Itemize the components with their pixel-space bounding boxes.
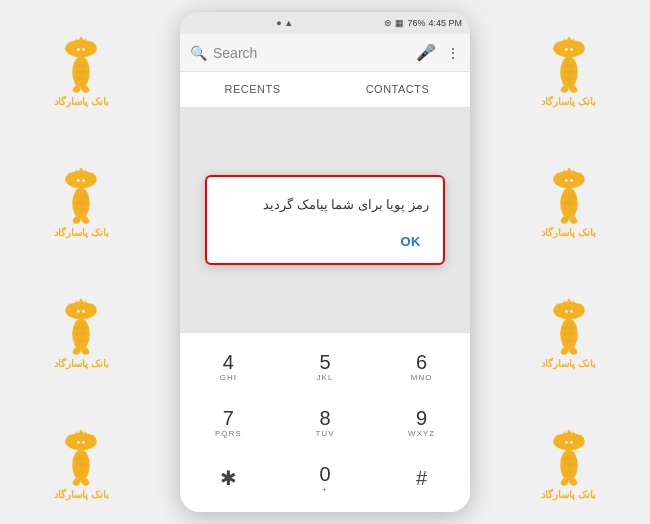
svg-point-180 bbox=[75, 463, 87, 468]
svg-point-63 bbox=[83, 179, 86, 182]
dialog-actions: OK bbox=[221, 230, 429, 253]
svg-rect-214 bbox=[556, 435, 582, 438]
bg-logo: بانک پاسارگاد bbox=[488, 0, 651, 131]
dial-key-7[interactable]: 7 PQRS bbox=[198, 407, 258, 438]
dial-key-4[interactable]: 4 GHI bbox=[198, 351, 258, 382]
dialog-overlay: رمز پویا برای شما پیامک گردید OK bbox=[180, 108, 470, 332]
svg-rect-172 bbox=[68, 435, 94, 438]
signal-icon: ▦ bbox=[395, 18, 404, 28]
dial-key-9[interactable]: 9 WXYZ bbox=[392, 407, 452, 438]
svg-point-179 bbox=[75, 456, 87, 461]
tab-contacts[interactable]: CONTACTS bbox=[325, 72, 470, 107]
svg-point-161 bbox=[570, 310, 573, 313]
bg-logo: بانک پاسارگاد bbox=[488, 131, 651, 262]
search-bar[interactable]: 🔍 Search 🎤 ⋮ bbox=[180, 34, 470, 72]
svg-point-174 bbox=[77, 441, 80, 444]
svg-point-69 bbox=[77, 208, 86, 212]
svg-rect-102 bbox=[556, 173, 582, 176]
bg-logo: بانک پاسارگاد bbox=[0, 393, 163, 524]
svg-point-55 bbox=[564, 77, 573, 81]
search-placeholder[interactable]: Search bbox=[213, 45, 410, 61]
svg-point-53 bbox=[563, 63, 575, 68]
bg-logo: بانک پاسارگاد bbox=[0, 262, 163, 393]
status-bar: ● ▲ ⊜ ▦ 76% 4:45 PM bbox=[180, 12, 470, 34]
bg-logo: بانک پاسارگاد bbox=[0, 0, 163, 131]
bg-logo: بانک پاسارگاد bbox=[0, 131, 163, 262]
wifi-icon: ⊜ bbox=[384, 18, 392, 28]
svg-rect-5 bbox=[70, 45, 93, 47]
mic-icon[interactable]: 🎤 bbox=[416, 43, 436, 62]
svg-point-175 bbox=[83, 441, 86, 444]
dial-key-5[interactable]: 5 JKL bbox=[295, 351, 355, 382]
bg-logo-text: بانک پاسارگاد bbox=[54, 96, 109, 107]
svg-point-119 bbox=[83, 310, 86, 313]
svg-point-123 bbox=[75, 325, 87, 330]
svg-point-7 bbox=[83, 48, 86, 51]
svg-point-11 bbox=[75, 63, 87, 68]
svg-point-216 bbox=[565, 441, 568, 444]
svg-point-62 bbox=[77, 179, 80, 182]
svg-rect-103 bbox=[557, 176, 580, 178]
phone-body: رمز پویا برای شما پیامک گردید OK 4 GHI 5… bbox=[180, 108, 470, 512]
dial-row-2: 7 PQRS 8 TUV 9 WXYZ bbox=[180, 395, 470, 451]
svg-point-109 bbox=[563, 194, 575, 199]
dialog-ok-button[interactable]: OK bbox=[393, 230, 430, 253]
bg-logo: بانک پاسارگاد bbox=[488, 262, 651, 393]
svg-point-49 bbox=[570, 48, 573, 51]
bg-logo: بانک پاسارگاد bbox=[488, 393, 651, 524]
bg-logo-text: بانک پاسارگاد bbox=[541, 489, 596, 500]
svg-rect-61 bbox=[70, 176, 93, 178]
svg-point-111 bbox=[564, 208, 573, 212]
dial-pad: 4 GHI 5 JKL 6 MNO 7 PQRS 8 bbox=[180, 332, 470, 512]
svg-point-223 bbox=[564, 470, 573, 474]
svg-point-104 bbox=[565, 179, 568, 182]
svg-point-110 bbox=[563, 201, 575, 206]
time-display: 4:45 PM bbox=[428, 18, 462, 28]
svg-point-125 bbox=[77, 339, 86, 343]
bg-logo-text: بانک پاسارگاد bbox=[54, 227, 109, 238]
svg-point-6 bbox=[77, 48, 80, 51]
svg-point-217 bbox=[570, 441, 573, 444]
svg-point-48 bbox=[565, 48, 568, 51]
bg-logo-text: بانک پاسارگاد bbox=[541, 227, 596, 238]
dial-key-0[interactable]: 0 + bbox=[295, 463, 355, 494]
svg-rect-47 bbox=[557, 45, 580, 47]
dial-key-hash[interactable]: # bbox=[392, 467, 452, 489]
bg-logo-text: بانک پاسارگاد bbox=[54, 489, 109, 500]
svg-point-68 bbox=[75, 201, 87, 206]
svg-rect-46 bbox=[556, 42, 582, 45]
svg-rect-159 bbox=[557, 307, 580, 309]
dial-row-3: ✱ 0 + # bbox=[180, 450, 470, 506]
svg-point-166 bbox=[563, 332, 575, 337]
more-options-icon[interactable]: ⋮ bbox=[446, 45, 460, 61]
dial-row-1: 4 GHI 5 JKL 6 MNO bbox=[180, 339, 470, 395]
svg-point-222 bbox=[563, 463, 575, 468]
svg-rect-116 bbox=[68, 304, 94, 307]
svg-rect-173 bbox=[70, 438, 93, 440]
svg-rect-215 bbox=[557, 438, 580, 440]
content-area: رمز پویا برای شما پیامک گردید OK bbox=[180, 108, 470, 332]
svg-point-67 bbox=[75, 194, 87, 199]
battery-level: 76% bbox=[407, 18, 425, 28]
svg-point-160 bbox=[565, 310, 568, 313]
svg-point-118 bbox=[77, 310, 80, 313]
svg-rect-117 bbox=[70, 307, 93, 309]
svg-point-12 bbox=[75, 70, 87, 75]
svg-point-181 bbox=[77, 470, 86, 474]
svg-rect-158 bbox=[556, 304, 582, 307]
dial-key-6[interactable]: 6 MNO bbox=[392, 351, 452, 382]
search-icon: 🔍 bbox=[190, 45, 207, 61]
svg-point-167 bbox=[564, 339, 573, 343]
dialog-message: رمز پویا برای شما پیامک گردید bbox=[221, 195, 429, 216]
status-location: ● ▲ bbox=[188, 18, 381, 28]
bg-logo-text: بانک پاسارگاد bbox=[541, 96, 596, 107]
bg-logo-text: بانک پاسارگاد bbox=[54, 358, 109, 369]
svg-point-221 bbox=[563, 456, 575, 461]
tab-recents[interactable]: RECENTS bbox=[180, 72, 325, 107]
bg-logo-text: بانک پاسارگاد bbox=[541, 358, 596, 369]
phone-frame: ● ▲ ⊜ ▦ 76% 4:45 PM 🔍 Search 🎤 ⋮ RECENTS… bbox=[180, 12, 470, 512]
dial-key-8[interactable]: 8 TUV bbox=[295, 407, 355, 438]
svg-point-13 bbox=[77, 77, 86, 81]
svg-point-54 bbox=[563, 70, 575, 75]
dial-key-star[interactable]: ✱ bbox=[198, 467, 258, 489]
